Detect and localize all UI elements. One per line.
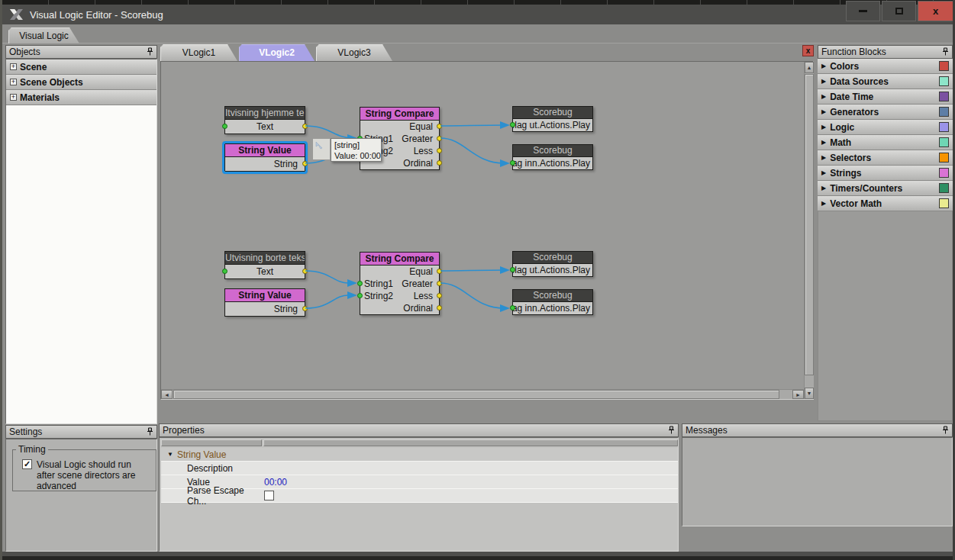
expand-plus-icon[interactable]: + <box>10 94 17 101</box>
output-port-dot[interactable] <box>437 281 442 286</box>
node-scorebug[interactable]: Scorebug elag inn.Actions.Play <box>512 289 593 315</box>
input-port-dot[interactable] <box>357 293 363 298</box>
pin-icon[interactable] <box>147 47 153 56</box>
horizontal-scrollbar[interactable]: ◄ ► <box>161 389 804 399</box>
node-string-compare[interactable]: String Compare Equal String1Greater Stri… <box>360 252 440 315</box>
node-graph-canvas[interactable]: Itvisning hjemme teks Text String Value … <box>160 61 814 400</box>
scroll-left-button[interactable]: ◄ <box>161 390 173 399</box>
category-color-swatch <box>939 198 949 208</box>
output-port-dot[interactable] <box>437 269 442 274</box>
expand-triangle-icon[interactable]: ▶ <box>821 169 826 176</box>
screen-bottom-edge <box>2 556 955 560</box>
collapse-triangle-icon[interactable]: ▼ <box>167 451 173 458</box>
output-port-dot[interactable] <box>302 269 308 274</box>
vertical-scroll-thumb[interactable] <box>805 74 814 375</box>
input-port-dot[interactable] <box>357 281 363 286</box>
node-scorebug[interactable]: Scorebug elag ut.Actions.Play <box>512 106 593 132</box>
port-row-text: Text <box>225 265 305 278</box>
wire <box>305 295 348 308</box>
input-port-dot[interactable] <box>222 124 227 129</box>
horizontal-scroll-thumb[interactable] <box>173 390 779 399</box>
input-port-dot[interactable] <box>222 269 227 274</box>
node-string-value[interactable]: String Value String <box>224 288 305 317</box>
fb-item-strings[interactable]: ▶ Strings <box>818 166 953 181</box>
properties-column-header-value[interactable] <box>263 439 678 446</box>
node-string-value[interactable]: String Value String <box>224 143 305 172</box>
fb-item-date-time[interactable]: ▶ Date Time <box>818 89 953 105</box>
tree-item-scene[interactable]: + Scene <box>6 60 156 75</box>
tree-item-materials[interactable]: + Materials <box>6 90 156 105</box>
node-text-source[interactable]: Utvisning borte tekst Text <box>224 251 305 279</box>
expand-plus-icon[interactable]: + <box>10 63 17 70</box>
output-port-dot[interactable] <box>437 160 442 166</box>
expand-triangle-icon[interactable]: ▶ <box>821 154 826 161</box>
minimize-button[interactable] <box>846 1 880 21</box>
expand-triangle-icon[interactable]: ▶ <box>821 63 826 69</box>
tree-item-scene-objects[interactable]: + Scene Objects <box>6 75 156 90</box>
fb-item-selectors[interactable]: ▶ Selectors <box>818 150 953 166</box>
messages-panel-body <box>682 437 953 526</box>
expand-triangle-icon[interactable]: ▶ <box>821 78 826 85</box>
input-port-dot[interactable] <box>510 305 515 311</box>
tab-visual-logic[interactable]: Visual Logic <box>8 27 79 43</box>
pin-icon[interactable] <box>942 426 949 435</box>
fb-item-data-sources[interactable]: ▶ Data Sources <box>818 74 953 89</box>
property-row-parse-escape[interactable]: Parse Escape Ch... <box>161 489 678 503</box>
category-color-swatch <box>939 122 949 132</box>
expand-triangle-icon[interactable]: ▶ <box>821 185 826 191</box>
fb-item-label: Vector Math <box>830 198 882 209</box>
input-port-dot[interactable] <box>510 267 515 272</box>
tab-vlogic1[interactable]: VLogic1 <box>160 44 237 61</box>
output-port-dot[interactable] <box>437 148 442 153</box>
input-port-dot[interactable] <box>510 160 515 166</box>
tab-vlogic3[interactable]: VLogic3 <box>316 44 392 61</box>
property-label: Parse Escape Ch... <box>161 485 264 507</box>
property-row-description[interactable]: Description <box>161 462 678 475</box>
fb-item-vector-math[interactable]: ▶ Vector Math <box>818 196 953 211</box>
fb-item-colors[interactable]: ▶ Colors <box>818 59 953 74</box>
expand-triangle-icon[interactable]: ▶ <box>821 139 826 146</box>
objects-tree: + Scene + Scene Objects + Materials <box>5 59 157 424</box>
scroll-down-button[interactable]: ▼ <box>805 388 814 399</box>
fb-item-timers-counters[interactable]: ▶ Timers/Counters <box>818 181 953 196</box>
properties-group-row[interactable]: ▼ String Value <box>161 448 678 462</box>
scroll-up-button[interactable]: ▲ <box>805 62 814 73</box>
maximize-button[interactable] <box>882 1 916 21</box>
pin-icon[interactable] <box>942 47 949 56</box>
parse-escape-checkbox[interactable] <box>264 491 274 500</box>
properties-column-header-name[interactable] <box>161 439 262 446</box>
vertical-scrollbar[interactable]: ▲ ▼ <box>804 62 814 399</box>
fb-item-generators[interactable]: ▶ Generators <box>818 105 953 120</box>
scroll-right-button[interactable]: ► <box>792 390 804 399</box>
input-port-dot[interactable] <box>510 122 515 127</box>
output-port-dot[interactable] <box>437 305 442 311</box>
expand-triangle-icon[interactable]: ▶ <box>821 200 826 207</box>
app-logo-icon <box>9 8 24 21</box>
tooltip-value: Value: 00:00 <box>334 150 378 161</box>
expand-triangle-icon[interactable]: ▶ <box>821 108 826 115</box>
output-port-dot[interactable] <box>302 124 308 129</box>
output-port-dot[interactable] <box>437 293 442 298</box>
property-value[interactable]: 00:00 <box>264 477 287 488</box>
node-scorebug[interactable]: Scorebug elag ut.Actions.Play <box>512 251 593 277</box>
expand-plus-icon[interactable]: + <box>10 79 17 85</box>
pin-icon[interactable] <box>668 426 675 435</box>
pin-icon[interactable] <box>147 427 153 436</box>
expand-triangle-icon[interactable]: ▶ <box>821 124 826 130</box>
output-port-dot[interactable] <box>302 161 308 166</box>
properties-group-label: String Value <box>177 449 226 460</box>
node-title: String Value <box>225 144 305 157</box>
output-port-dot[interactable] <box>437 124 442 129</box>
node-scorebug[interactable]: Scorebug elag inn.Actions.Play <box>512 144 593 170</box>
timing-checkbox[interactable]: ✓ <box>22 459 32 469</box>
expand-triangle-icon[interactable]: ▶ <box>821 93 826 100</box>
close-button[interactable]: x <box>918 1 953 21</box>
node-text-source[interactable]: Itvisning hjemme teks Text <box>224 106 305 134</box>
messages-panel-title: Messages <box>686 425 728 436</box>
fb-item-logic[interactable]: ▶ Logic <box>818 120 953 135</box>
tab-vlogic2[interactable]: VLogic2 <box>239 44 315 61</box>
fb-item-math[interactable]: ▶ Math <box>818 135 953 150</box>
output-port-dot[interactable] <box>437 136 442 141</box>
close-vlogic-tab-button[interactable]: x <box>802 45 814 56</box>
output-port-dot[interactable] <box>302 306 308 311</box>
